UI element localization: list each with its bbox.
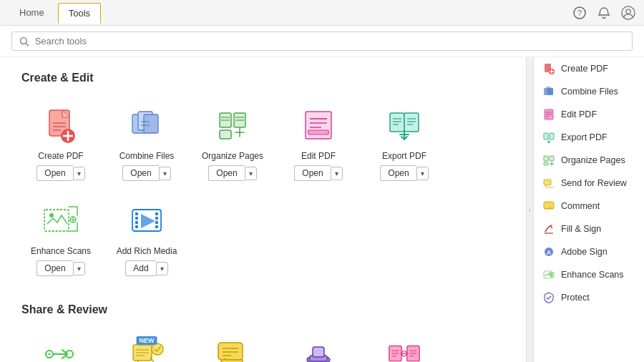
right-sidebar: Create PDF Combine Files — [533, 57, 644, 362]
combine-files-arrow-btn[interactable]: ▾ — [159, 167, 171, 180]
search-input-wrap[interactable] — [11, 31, 633, 51]
sidebar-item-protect[interactable]: Protect — [534, 286, 644, 309]
new-badge: NEW — [137, 336, 157, 345]
sidebar-protect-label: Protect — [561, 293, 590, 303]
chevron-right-icon: › — [529, 206, 531, 214]
sidebar-comment-icon — [542, 200, 555, 212]
organize-pages-btn-wrap: Open ▾ — [208, 165, 256, 181]
svg-rect-29 — [308, 130, 328, 134]
tool-combine-files: Combine Files Open ▾ — [107, 99, 186, 187]
svg-rect-96 — [550, 156, 554, 161]
sidebar-combine-files-label: Combine Files — [561, 87, 618, 97]
tool-send-files — [21, 331, 100, 362]
sidebar-create-pdf-label: Create PDF — [561, 64, 608, 74]
create-pdf-arrow-btn[interactable]: ▾ — [73, 167, 85, 180]
add-rich-media-btn-wrap: Add ▾ — [125, 260, 167, 276]
combine-files-icon — [125, 106, 168, 145]
svg-line-5 — [26, 43, 28, 45]
sidebar-edit-pdf-label: Edit PDF — [561, 109, 597, 119]
search-input[interactable] — [35, 36, 625, 47]
sidebar-comment-label: Comment — [561, 201, 600, 211]
sidebar-item-export-pdf[interactable]: Export PDF — [534, 126, 644, 149]
add-rich-media-arrow-btn[interactable]: ▾ — [156, 262, 168, 275]
user-avatar[interactable] — [621, 6, 635, 20]
export-pdf-arrow-btn[interactable]: ▾ — [416, 167, 429, 180]
tool-send-review: NEW — [107, 331, 186, 362]
comment-share-icon — [215, 338, 250, 362]
svg-rect-30 — [390, 113, 404, 132]
sidebar-item-create-pdf[interactable]: Create PDF — [534, 57, 644, 80]
edit-pdf-open-btn[interactable]: Open — [294, 165, 330, 181]
svg-rect-97 — [544, 162, 548, 165]
svg-rect-51 — [155, 221, 158, 224]
svg-rect-92 — [544, 133, 548, 140]
sidebar-send-review-label: Send for Review — [561, 178, 627, 188]
organize-pages-label: Organize Pages — [202, 151, 263, 161]
svg-rect-45 — [135, 212, 138, 215]
top-nav: Home Tools ? — [0, 0, 644, 26]
sidebar-create-pdf-icon — [542, 62, 555, 75]
export-pdf-btn-wrap: Open ▾ — [380, 165, 428, 181]
organize-pages-icon — [211, 106, 254, 145]
tool-add-rich-media: Add Rich Media Add ▾ — [107, 194, 186, 282]
combine-files-open-btn[interactable]: Open — [122, 165, 158, 181]
enhance-scans-open-btn[interactable]: Open — [36, 260, 72, 276]
tool-organize-pages: Organize Pages Open ▾ — [193, 99, 272, 187]
sidebar-item-comment[interactable]: Comment — [534, 195, 644, 217]
svg-rect-87 — [548, 88, 553, 95]
svg-point-54 — [49, 353, 51, 355]
sidebar-enhance-scans-label: Enhance Scans — [561, 270, 624, 280]
svg-text:A: A — [547, 249, 552, 256]
tab-home[interactable]: Home — [9, 2, 55, 23]
svg-rect-93 — [550, 133, 554, 140]
sidebar-item-fill-sign[interactable]: Fill & Sign — [534, 217, 644, 240]
sidebar-fill-sign-label: Fill & Sign — [561, 224, 601, 234]
create-pdf-open-btn[interactable]: Open — [36, 165, 72, 181]
svg-rect-49 — [155, 212, 158, 215]
organize-pages-arrow-btn[interactable]: ▾ — [245, 167, 257, 180]
sidebar-adobe-sign-label: Adobe Sign — [561, 247, 608, 257]
sidebar-send-review-icon — [542, 177, 555, 190]
sidebar-toggle[interactable]: › — [526, 57, 533, 362]
svg-marker-44 — [141, 214, 155, 228]
sidebar-item-organize-pages[interactable]: Organize Pages — [534, 149, 644, 172]
sidebar-item-edit-pdf[interactable]: Edit PDF — [534, 103, 644, 126]
sidebar-enhance-scans-icon — [542, 268, 555, 281]
section-create-edit-title: Create & Edit — [21, 72, 504, 84]
tool-compare — [365, 331, 444, 362]
sidebar-combine-files-icon — [542, 85, 555, 98]
edit-pdf-label: Edit PDF — [301, 151, 336, 161]
sidebar-item-enhance-scans[interactable]: Enhance Scans — [534, 263, 644, 286]
tool-comment-share — [193, 331, 272, 362]
content-area: Create & Edit C — [0, 57, 526, 362]
edit-pdf-arrow-btn[interactable]: ▾ — [331, 167, 343, 180]
svg-rect-47 — [135, 221, 138, 224]
send-files-icon — [43, 338, 79, 362]
create-pdf-label: Create PDF — [38, 151, 83, 161]
search-icon — [19, 36, 29, 47]
sidebar-item-combine-files[interactable]: Combine Files — [534, 80, 644, 103]
add-rich-media-icon — [125, 201, 168, 240]
tool-enhance-scans: Enhance Scans Open ▾ — [21, 194, 100, 282]
svg-rect-100 — [544, 180, 551, 185]
svg-rect-52 — [155, 225, 158, 228]
combine-files-label: Combine Files — [119, 151, 175, 161]
enhance-scans-btn-wrap: Open ▾ — [36, 260, 84, 276]
sidebar-item-send-review[interactable]: Send for Review — [534, 172, 644, 195]
sidebar-protect-icon — [542, 291, 555, 304]
add-rich-media-add-btn[interactable]: Add — [125, 260, 155, 276]
svg-rect-46 — [135, 217, 138, 220]
enhance-scans-icon — [39, 201, 82, 240]
nav-actions: ? — [572, 6, 635, 20]
organize-pages-open-btn[interactable]: Open — [208, 165, 244, 181]
export-pdf-icon — [383, 106, 426, 145]
export-pdf-open-btn[interactable]: Open — [380, 165, 416, 181]
enhance-scans-arrow-btn[interactable]: ▾ — [73, 262, 85, 275]
help-icon[interactable]: ? — [572, 6, 587, 20]
compare-icon — [386, 338, 422, 362]
tab-tools[interactable]: Tools — [58, 3, 101, 24]
sidebar-item-adobe-sign[interactable]: A Adobe Sign — [534, 240, 644, 263]
sidebar-export-pdf-label: Export PDF — [561, 132, 608, 142]
notification-icon[interactable] — [597, 6, 611, 20]
sidebar-organize-pages-icon — [542, 154, 555, 167]
